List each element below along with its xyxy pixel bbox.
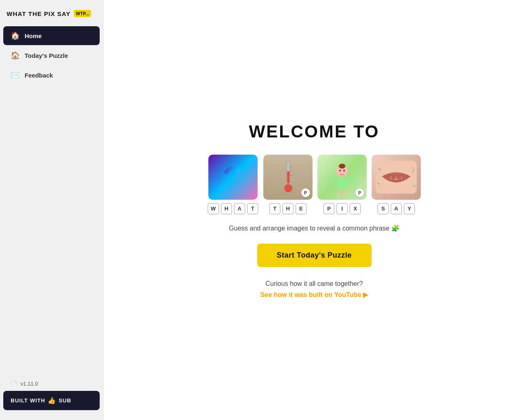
img-box-1: ? [208,155,258,200]
app-badge: WTP... [74,10,91,17]
feedback-icon: ✉️ [11,71,20,80]
sidebar-label-home: Home [25,32,42,39]
puzzle-images-row: ? W H A T [208,155,421,215]
mouth-svg [376,161,417,194]
svg-point-3 [284,184,292,192]
fairy-svg [326,157,358,198]
word-letters-say: S A Y [377,203,415,215]
sidebar-item-todays-puzzle[interactable]: 🏠 Today's Puzzle [3,46,100,65]
sidebar-nav: 🏠 Home 🏠 Today's Puzzle ✉️ Feedback [0,25,103,85]
app-title: WHAT THE PIX SAY [7,10,71,17]
svg-point-9 [339,164,345,169]
letter-W: W [208,203,219,215]
svg-text:?: ? [223,160,243,196]
built-with-button[interactable]: BUILT WITH 👍 SUB [3,391,100,410]
letter-A2: A [390,203,402,215]
badge-p-thermometer: P [301,188,310,197]
logo-area: WHAT THE PIX SAY WTP... [0,7,103,25]
word-letters-pix: P I X [323,203,361,215]
svg-line-15 [345,190,346,197]
word-group-pix: P P I X [317,155,367,215]
curious-text: Curious how it all came together? [208,280,421,288]
letter-H2: H [282,203,294,215]
start-today-puzzle-button[interactable]: Start Today's Puzzle [257,244,372,267]
question-svg: ? [219,159,247,196]
version-item: 📄 v1.11.0 [3,377,100,391]
svg-point-13 [343,170,345,171]
sidebar: WHAT THE PIX SAY WTP... 🏠 Home 🏠 Today's… [0,0,103,420]
sidebar-item-feedback[interactable]: ✉️ Feedback [3,66,100,84]
letter-X: X [349,203,361,215]
letter-T2: T [269,203,281,215]
letter-I: I [336,203,348,215]
youtube-link[interactable]: See how it was built on YouTube ▶ [260,291,368,298]
letter-A: A [234,203,245,215]
letter-H: H [221,203,232,215]
puzzle-image-4 [372,155,421,200]
puzzle-image-2: P [263,155,313,200]
puzzle-image-3: P [317,155,367,200]
letter-E: E [295,203,307,215]
letter-Y: Y [404,203,415,215]
welcome-title: WELCOME TO [208,122,421,142]
puzzle-icon: 🏠 [11,51,20,60]
letter-S: S [377,203,389,215]
svg-point-7 [337,176,347,191]
thumb-icon: 👍 [48,397,56,404]
word-group-say: S A Y [372,155,421,215]
badge-p-fairy: P [355,188,364,197]
built-with-text: BUILT WITH [11,397,45,404]
letter-P: P [323,203,335,215]
puzzle-image-1: ? [208,155,258,200]
description-text: Guess and arrange images to reveal a com… [208,224,421,232]
svg-line-14 [338,190,340,197]
word-letters-the: T H E [269,203,307,215]
sidebar-item-home[interactable]: 🏠 Home [3,26,100,45]
word-group-what: ? W H A T [208,155,258,215]
thermometer-svg [280,159,296,196]
main-content: WELCOME TO [103,0,525,420]
version-label: v1.11.0 [21,381,38,387]
content-center: WELCOME TO [199,105,429,315]
sidebar-label-feedback: Feedback [25,72,53,79]
sidebar-bottom: 📄 v1.11.0 BUILT WITH 👍 SUB [0,373,103,413]
letter-T: T [247,203,258,215]
svg-rect-2 [287,171,290,183]
question-mark-image: ? [208,155,258,200]
svg-point-12 [339,170,341,171]
mouth-image [372,155,421,200]
sidebar-label-todays-puzzle: Today's Puzzle [25,52,68,59]
word-letters-what: W H A T [208,203,258,215]
img-box-4 [372,155,421,200]
sub-label: SUB [59,397,71,404]
file-icon: 📄 [11,381,17,387]
home-icon: 🏠 [11,31,20,40]
word-group-the: P T H E [263,155,313,215]
